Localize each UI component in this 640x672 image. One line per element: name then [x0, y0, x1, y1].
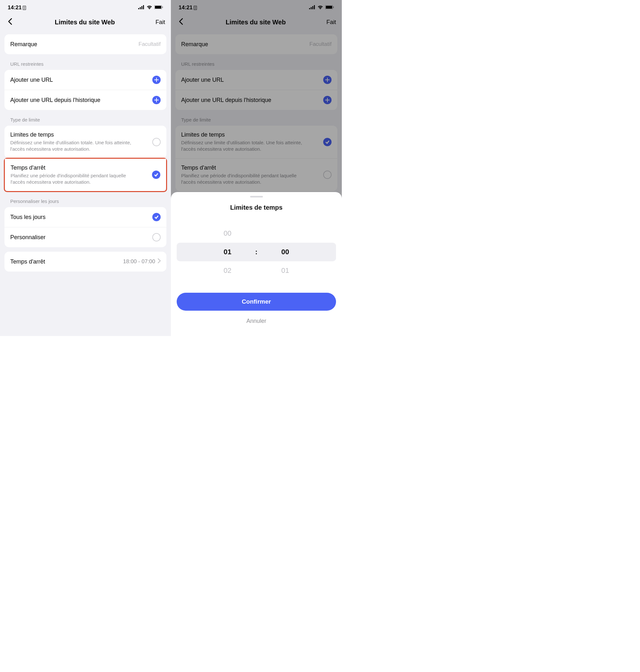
svg-rect-1 — [140, 7, 141, 9]
plus-icon — [152, 96, 161, 104]
add-url-row[interactable]: Ajouter une URL — [4, 70, 166, 90]
remark-placeholder: Facultatif — [139, 41, 161, 47]
downtime-value: 18:00 - 07:00 — [123, 259, 155, 265]
radio-unchecked-icon — [152, 233, 161, 242]
page-title: Limites du site Web — [185, 19, 326, 26]
picker-hour-selected: 01 — [205, 248, 250, 256]
plus-icon — [323, 76, 332, 84]
status-time: 14:21 — [8, 4, 21, 11]
status-time: 14:21 — [179, 4, 192, 11]
done-button[interactable]: Fait — [326, 19, 336, 26]
plus-icon — [152, 76, 161, 84]
picker-min-selected: 00 — [263, 248, 308, 256]
url-section-header: URL restreintes — [4, 54, 166, 70]
picker-hour-prev: 00 — [205, 229, 250, 237]
picker-min-next: 01 — [263, 266, 308, 275]
cancel-button[interactable]: Annuler — [171, 316, 342, 326]
time-picker-sheet: Limites de temps 00 01 : 00 02 01 — [171, 192, 342, 336]
nav-bar: Limites du site Web Fait — [0, 13, 171, 34]
add-url-history-row[interactable]: Ajouter une URL depuis l'historique — [4, 90, 166, 110]
svg-rect-3 — [143, 5, 144, 9]
back-button[interactable] — [6, 16, 14, 29]
radio-unchecked-icon — [323, 171, 332, 179]
confirm-button[interactable]: Confirmer — [177, 293, 336, 311]
time-picker[interactable]: 00 01 : 00 02 01 — [171, 224, 342, 280]
screen-right: 14:21 Limites du site Web Fait Remarque … — [171, 0, 342, 336]
time-limits-option[interactable]: Limites de temps Définissez une limite d… — [4, 126, 166, 158]
screen-left: 14:21 Limites du site Web Fait Remarque … — [0, 0, 171, 336]
nav-bar: Limites du site Web Fait — [171, 13, 342, 34]
add-url-row[interactable]: Ajouter une URL — [175, 70, 337, 90]
add-url-history-row[interactable]: Ajouter une URL depuis l'historique — [175, 90, 337, 110]
picker-hour-next: 02 — [205, 266, 250, 275]
sheet-handle[interactable] — [250, 196, 263, 198]
downtime-option[interactable]: Temps d'arrêt Planifiez une période d'in… — [175, 158, 337, 191]
svg-rect-2 — [141, 6, 142, 9]
plus-icon — [323, 96, 332, 104]
svg-rect-7 — [309, 8, 310, 9]
signal-icon — [138, 4, 145, 11]
time-limits-option[interactable]: Limites de temps Définissez une limite d… — [175, 126, 337, 158]
svg-rect-10 — [314, 5, 315, 9]
svg-rect-8 — [311, 7, 312, 9]
remark-input[interactable]: Remarque Facultatif — [175, 34, 337, 54]
battery-icon — [325, 4, 334, 11]
radio-checked-icon — [152, 171, 160, 179]
signal-icon — [309, 4, 316, 11]
radio-checked-icon — [323, 138, 332, 146]
svg-rect-13 — [333, 6, 334, 8]
svg-rect-9 — [312, 6, 313, 9]
back-button[interactable] — [177, 16, 185, 29]
page-title: Limites du site Web — [14, 19, 156, 26]
svg-rect-12 — [326, 6, 332, 9]
svg-rect-6 — [162, 6, 163, 8]
radio-checked-icon — [152, 213, 161, 221]
downtime-option[interactable]: Temps d'arrêt Planifiez une période d'in… — [5, 159, 166, 191]
wifi-icon — [147, 4, 152, 11]
wifi-icon — [317, 4, 323, 11]
downtime-schedule-row[interactable]: Temps d'arrêt 18:00 - 07:00 — [4, 252, 166, 272]
remark-label: Remarque — [10, 41, 37, 48]
doc-icon — [194, 6, 197, 10]
chevron-right-icon — [158, 259, 161, 265]
days-header: Personnaliser les jours — [4, 191, 166, 207]
svg-rect-5 — [155, 6, 161, 9]
all-days-option[interactable]: Tous les jours — [4, 207, 166, 227]
done-button[interactable]: Fait — [156, 19, 165, 26]
doc-icon — [23, 6, 26, 10]
sheet-title: Limites de temps — [171, 204, 342, 211]
downtime-highlight: Temps d'arrêt Planifiez une période d'in… — [4, 158, 167, 192]
limit-type-header: Type de limite — [4, 110, 166, 126]
custom-days-option[interactable]: Personnaliser — [4, 227, 166, 247]
remark-input[interactable]: Remarque Facultatif — [4, 34, 166, 54]
battery-icon — [154, 4, 163, 11]
radio-unchecked-icon — [152, 138, 161, 146]
status-bar: 14:21 — [0, 0, 171, 13]
status-bar: 14:21 — [171, 0, 342, 13]
svg-rect-0 — [138, 8, 139, 9]
